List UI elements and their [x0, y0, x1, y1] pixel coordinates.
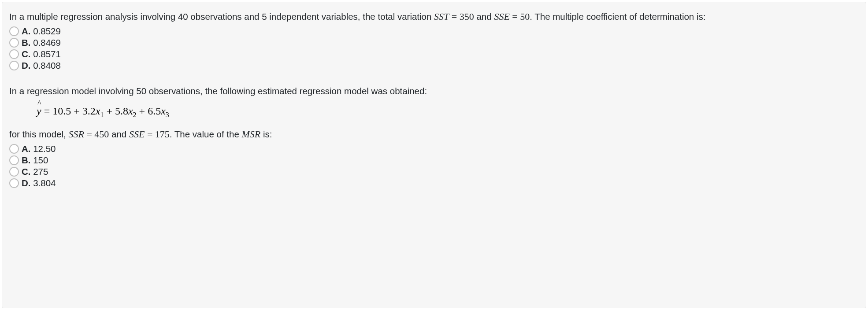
question-2-text-1: In a regression model involving 50 obser…: [9, 84, 859, 99]
q2-choice-c[interactable]: C. 275: [9, 166, 859, 177]
q1-choice-c[interactable]: C. 0.8571: [9, 48, 859, 60]
radio-icon[interactable]: [9, 38, 19, 48]
q2-choice-b[interactable]: B. 150: [9, 155, 859, 166]
q1-eq2-mid: =: [510, 11, 520, 22]
q2-eq2-lhs: SSE: [129, 129, 145, 140]
q2-text2-post: is:: [260, 129, 272, 139]
q1-text-pre: In a multiple regression analysis involv…: [9, 11, 434, 22]
question-1-text: In a multiple regression analysis involv…: [9, 8, 859, 25]
q1-choice-b[interactable]: B. 0.8469: [9, 37, 859, 48]
choice-label: B. 0.8469: [22, 37, 61, 48]
radio-icon[interactable]: [9, 155, 19, 165]
q1-choice-d[interactable]: D. 0.8408: [9, 60, 859, 71]
q1-text-post: . The multiple coefficient of determinat…: [530, 11, 705, 22]
q2-eq2-mid: =: [145, 129, 155, 140]
q1-eq2-rhs: 50: [520, 11, 530, 22]
q2-text2-pre: for this model,: [9, 129, 68, 139]
question-2-text-2: for this model, SSR = 450 and SSE = 175.…: [9, 126, 859, 142]
quiz-panel: In a multiple regression analysis involv…: [2, 2, 866, 308]
choice-label: D. 3.804: [22, 178, 56, 188]
radio-icon[interactable]: [9, 167, 19, 177]
radio-icon[interactable]: [9, 144, 19, 154]
choice-label: A. 12.50: [22, 144, 56, 154]
q2-eq2-rhs: 175: [155, 129, 170, 140]
choice-label: D. 0.8408: [22, 60, 61, 71]
q2-choice-a[interactable]: A. 12.50: [9, 143, 859, 155]
y-hat: y: [37, 105, 41, 117]
question-1-choices: A. 0.8529 B. 0.8469 C. 0.8571 D. 0.8408: [9, 26, 859, 71]
q2-eq1-mid: =: [84, 129, 94, 140]
q2-eq3: MSR: [242, 129, 261, 140]
q2-eq1-rhs: 450: [94, 129, 109, 140]
q2-text1: In a regression model involving 50 obser…: [9, 86, 427, 96]
q1-choice-a[interactable]: A. 0.8529: [9, 26, 859, 37]
radio-icon[interactable]: [9, 26, 19, 36]
q2-text2-mid2: . The value of the: [170, 129, 242, 139]
choice-label: C. 275: [22, 166, 48, 177]
q1-text-mid1: and: [474, 11, 494, 22]
question-2-choices: A. 12.50 B. 150 C. 275 D. 3.804: [9, 143, 859, 189]
q1-eq1-rhs: 350: [460, 11, 474, 22]
q1-eq1-mid: =: [449, 11, 459, 22]
question-2-block: In a regression model involving 50 obser…: [9, 84, 859, 189]
radio-icon[interactable]: [9, 178, 19, 188]
q1-eq1-lhs: SST: [434, 11, 449, 22]
q1-eq2-lhs: SSE: [494, 11, 509, 22]
choice-label: A. 0.8529: [22, 26, 61, 37]
q2-text2-mid1: and: [109, 129, 129, 139]
choice-label: C. 0.8571: [22, 49, 61, 59]
radio-icon[interactable]: [9, 61, 19, 70]
q2-choice-d[interactable]: D. 3.804: [9, 177, 859, 189]
question-2-equation: y = 10.5 + 3.2x1 + 5.8x2 + 6.5x3: [9, 100, 859, 126]
q2-eq1-lhs: SSR: [68, 129, 84, 140]
choice-label: B. 150: [22, 155, 48, 166]
radio-icon[interactable]: [9, 49, 19, 59]
